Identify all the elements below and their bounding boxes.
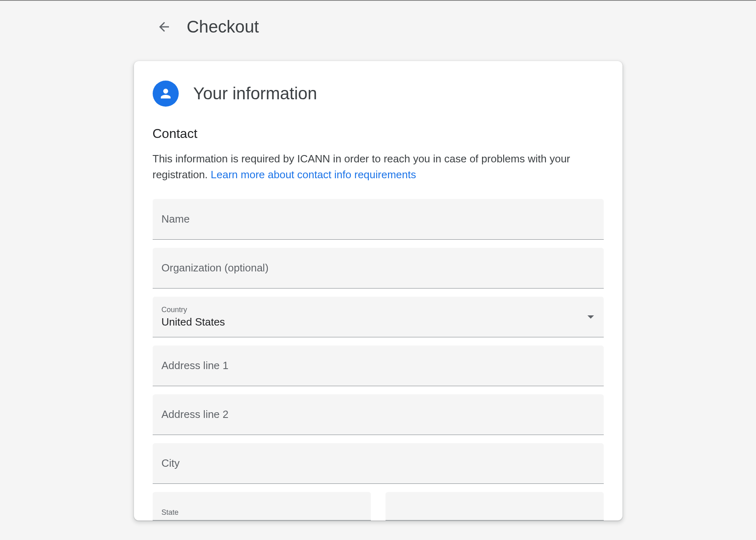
- address2-placeholder: Address line 2: [162, 408, 229, 421]
- page-title: Checkout: [187, 17, 259, 37]
- state-field[interactable]: State: [153, 492, 371, 520]
- address-line-1-field[interactable]: Address line 1: [153, 345, 604, 386]
- city-placeholder: City: [162, 457, 180, 470]
- section-header: Your information: [153, 81, 604, 107]
- person-icon: [158, 86, 173, 101]
- country-value: United States: [162, 316, 225, 328]
- address1-placeholder: Address line 1: [162, 359, 229, 372]
- chevron-down-icon: [587, 315, 594, 319]
- country-select[interactable]: Country United States: [153, 297, 604, 337]
- contact-subtitle: Contact: [153, 126, 604, 141]
- arrow-left-icon: [157, 20, 171, 34]
- contact-description: This information is required by ICANN in…: [153, 151, 604, 183]
- country-label: Country: [162, 306, 187, 314]
- name-placeholder: Name: [162, 213, 190, 225]
- adjacent-field[interactable]: [386, 492, 604, 520]
- address-line-2-field[interactable]: Address line 2: [153, 394, 604, 435]
- person-icon-circle: [153, 81, 179, 107]
- name-field[interactable]: Name: [153, 199, 604, 240]
- state-label: State: [162, 508, 179, 517]
- checkout-card: Your information Contact This informatio…: [134, 61, 622, 520]
- state-row: State: [153, 492, 604, 520]
- form-fields: Name Organization (optional) Country Uni…: [153, 199, 604, 520]
- organization-placeholder: Organization (optional): [162, 262, 269, 274]
- city-field[interactable]: City: [153, 443, 604, 484]
- learn-more-link[interactable]: Learn more about contact info requiremen…: [211, 168, 416, 181]
- organization-field[interactable]: Organization (optional): [153, 248, 604, 289]
- section-title: Your information: [193, 84, 317, 103]
- back-button[interactable]: [154, 17, 174, 37]
- page-header: Checkout: [134, 17, 622, 37]
